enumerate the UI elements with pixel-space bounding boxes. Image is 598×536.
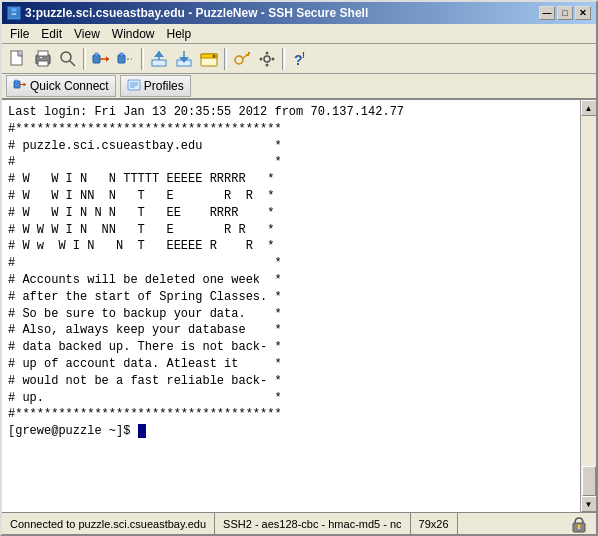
status-cipher: SSH2 - aes128-cbc - hmac-md5 - nc: [215, 513, 411, 534]
menu-file[interactable]: File: [4, 25, 35, 43]
maximize-button[interactable]: □: [557, 6, 573, 20]
scrollbar-down-arrow[interactable]: ▼: [581, 496, 597, 512]
toolbar-download-button[interactable]: [172, 47, 196, 71]
status-connection: Connected to puzzle.sci.csueastbay.edu: [2, 513, 215, 534]
toolbar-separator-1: [83, 48, 86, 70]
menu-window[interactable]: Window: [106, 25, 161, 43]
toolbar-settings-button[interactable]: [255, 47, 279, 71]
toolbar: ? !: [2, 44, 596, 74]
toolbar-separator-2: [141, 48, 144, 70]
svg-point-31: [264, 56, 270, 62]
toolbar-new-button[interactable]: [6, 47, 30, 71]
app-icon: [7, 6, 21, 20]
profiles-button[interactable]: Profiles: [120, 75, 191, 97]
svg-rect-1: [11, 8, 17, 12]
svg-point-33: [266, 63, 269, 66]
scrollbar-thumb[interactable]: [582, 466, 596, 496]
toolbar-sftp-button[interactable]: [197, 47, 221, 71]
svg-point-9: [61, 52, 71, 62]
scrollbar-track[interactable]: [581, 116, 597, 496]
toolbar-connect-button[interactable]: [89, 47, 113, 71]
status-bar: Connected to puzzle.sci.csueastbay.edu S…: [2, 512, 596, 534]
toolbar-upload-button[interactable]: [147, 47, 171, 71]
svg-marker-41: [24, 82, 27, 86]
toolbar-separator-4: [282, 48, 285, 70]
svg-rect-29: [246, 54, 249, 56]
toolbar-print-button[interactable]: [31, 47, 55, 71]
menu-edit[interactable]: Edit: [35, 25, 68, 43]
close-button[interactable]: ✕: [575, 6, 591, 20]
svg-point-34: [260, 57, 263, 60]
vertical-scrollbar[interactable]: ▲ ▼: [580, 100, 596, 512]
terminal-output[interactable]: Last login: Fri Jan 13 20:35:55 2012 fro…: [2, 100, 580, 512]
terminal-container: Last login: Fri Jan 13 20:35:55 2012 fro…: [2, 100, 596, 512]
window-title: 3:puzzle.sci.csueastbay.edu - PuzzleNew …: [25, 6, 368, 20]
quick-connect-button[interactable]: Quick Connect: [6, 75, 116, 97]
title-bar-left: 3:puzzle.sci.csueastbay.edu - PuzzleNew …: [7, 6, 368, 20]
svg-line-10: [70, 61, 75, 66]
status-icon: [562, 513, 596, 534]
menu-help[interactable]: Help: [161, 25, 198, 43]
svg-point-27: [235, 56, 243, 64]
minimize-button[interactable]: —: [539, 6, 555, 20]
scrollbar-up-arrow[interactable]: ▲: [581, 100, 597, 116]
svg-rect-39: [15, 80, 18, 83]
svg-rect-16: [120, 53, 123, 56]
profiles-label: Profiles: [144, 79, 184, 93]
title-bar-buttons: — □ ✕: [539, 6, 591, 20]
quick-connect-label: Quick Connect: [30, 79, 109, 93]
quick-connect-icon: [13, 78, 27, 95]
svg-rect-6: [38, 51, 48, 56]
svg-rect-8: [40, 57, 42, 58]
toolbar-keygen-button[interactable]: [230, 47, 254, 71]
svg-rect-30: [248, 52, 250, 54]
svg-text:!: !: [302, 50, 305, 60]
title-bar: 3:puzzle.sci.csueastbay.edu - PuzzleNew …: [2, 2, 596, 24]
svg-rect-12: [95, 53, 98, 56]
toolbar-disconnect-button[interactable]: [114, 47, 138, 71]
svg-point-35: [272, 57, 275, 60]
toolbar-help-button[interactable]: ? !: [288, 47, 312, 71]
connect-profiles-bar: Quick Connect Profiles: [2, 74, 596, 100]
svg-rect-7: [38, 61, 48, 66]
profiles-icon: [127, 78, 141, 95]
svg-marker-14: [106, 56, 109, 62]
toolbar-search-button[interactable]: [56, 47, 80, 71]
menu-view[interactable]: View: [68, 25, 106, 43]
svg-point-32: [266, 51, 269, 54]
svg-point-26: [213, 54, 216, 57]
svg-rect-18: [152, 60, 166, 66]
svg-point-48: [578, 524, 581, 527]
toolbar-separator-3: [224, 48, 227, 70]
menu-bar: File Edit View Window Help: [2, 24, 596, 44]
status-dimensions: 79x26: [411, 513, 458, 534]
main-window: 3:puzzle.sci.csueastbay.edu - PuzzleNew …: [0, 0, 598, 536]
